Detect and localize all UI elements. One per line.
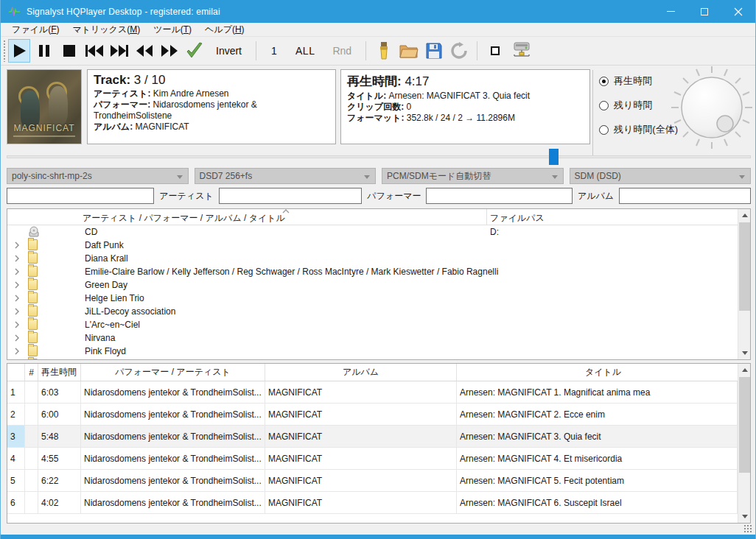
network-drive-button[interactable] [509,39,534,63]
stop-button[interactable] [58,39,80,63]
column-duration[interactable]: 再生時間 [38,364,81,381]
library-row[interactable]: CD D: [7,225,738,239]
random-button[interactable]: Rnd [325,39,359,63]
row-number[interactable]: 1 [7,381,25,404]
tree-scroll-thumb[interactable] [739,222,750,311]
library-row[interactable]: Pink Floyd [7,345,738,358]
expand-chevron-icon[interactable] [13,334,21,342]
cell-album[interactable]: MAGNIFICAT [265,381,457,404]
seek-track[interactable] [7,155,751,158]
progress-handle[interactable] [549,149,559,165]
cell-performer[interactable]: Nidarosdomens jentekor & TrondheimSolist… [81,426,265,448]
search-input[interactable] [7,188,154,204]
library-tree-header[interactable]: アーティスト / パフォーマー / アルバム / タイトル ファイルパス [7,209,750,225]
row-number[interactable]: 4 [7,448,25,470]
cell-num[interactable] [25,492,38,514]
rewind-button[interactable] [133,39,155,63]
menu-item-t[interactable]: ツール(T) [147,22,198,38]
volume-knob[interactable] [668,66,756,149]
next-track-button[interactable] [108,39,130,63]
performer-filter-input[interactable] [426,188,572,204]
library-row[interactable]: L'Arc~en~Ciel [7,318,738,331]
table-row[interactable]: 3 5:48 Nidarosdomens jentekor & Trondhei… [7,426,738,448]
playlist-scroll-thumb[interactable] [739,377,750,473]
cell-num[interactable] [25,470,38,492]
cell-duration[interactable]: 4:55 [38,448,81,470]
table-row[interactable]: 4 4:55 Nidarosdomens jentekor & Trondhei… [7,448,738,470]
cell-performer[interactable]: Nidarosdomens jentekor & TrondheimSolist… [81,492,265,514]
column-performer[interactable]: パフォーマー / アーティスト [81,364,265,381]
cell-performer[interactable]: Nidarosdomens jentekor & TrondheimSolist… [81,470,265,492]
cell-duration[interactable]: 6:00 [38,404,81,426]
cell-performer[interactable]: Nidarosdomens jentekor & TrondheimSolist… [81,448,265,470]
table-row[interactable]: 6 4:02 Nidarosdomens jentekor & Trondhei… [7,492,738,514]
table-row[interactable]: 1 6:03 Nidarosdomens jentekor & Trondhei… [7,381,738,404]
cell-duration[interactable]: 6:22 [38,470,81,492]
cell-num[interactable] [25,448,38,470]
cell-title[interactable]: Arnesen: MAGNIFICAT 5. Fecit potentiam [457,470,738,492]
cell-title[interactable]: Arnesen: MAGNIFICAT 2. Ecce enim [457,404,738,426]
cell-duration[interactable]: 6:03 [38,381,81,404]
scroll-down-icon[interactable] [738,510,751,523]
output-mode-select[interactable]: SDM (DSD) [570,168,752,184]
tree-column-main[interactable]: アーティスト / パフォーマー / アルバム / タイトル [83,212,285,225]
fast-forward-button[interactable] [158,39,181,63]
library-row[interactable]: Emilie-Claire Barlow / Kelly Jefferson /… [7,265,738,278]
row-number[interactable]: 5 [7,470,25,492]
library-row[interactable]: Nirvana [7,331,738,345]
library-row[interactable]: JiLL-Decoy association [7,305,738,318]
cell-num[interactable] [25,426,38,448]
mode-select[interactable]: PCM/SDMモード自動切替 [382,168,564,184]
table-row[interactable]: 2 6:00 Nidarosdomens jentekor & Trondhei… [7,404,738,426]
minimize-button[interactable] [654,0,687,23]
cell-title[interactable]: Arnesen: MAGNIFICAT 3. Quia fecit [457,426,738,448]
tree-column-path[interactable]: ファイルパス [490,212,545,225]
filter-select[interactable]: poly-sinc-shrt-mp-2s [7,168,189,184]
library-row[interactable] [7,358,738,359]
repeat-one-button[interactable]: 1 [263,39,285,63]
pause-button[interactable] [33,39,55,63]
cell-performer[interactable]: Nidarosdomens jentekor & TrondheimSolist… [81,404,265,426]
cell-duration[interactable]: 4:02 [38,492,81,514]
column-album[interactable]: アルバム [265,364,457,381]
open-folder-button[interactable] [398,39,420,63]
playlist-scrollbar[interactable] [738,364,750,523]
row-number[interactable]: 6 [7,492,25,514]
cell-title[interactable]: Arnesen: MAGNIFICAT 1. Magnificat anima … [457,381,738,404]
table-row[interactable]: 5 6:22 Nidarosdomens jentekor & Trondhei… [7,470,738,492]
library-row[interactable]: Daft Punk [7,239,738,252]
library-row[interactable]: Helge Lien Trio [7,292,738,305]
skin-button[interactable] [373,39,395,63]
cell-duration[interactable]: 5:48 [38,426,81,448]
scroll-up-icon[interactable] [738,364,751,376]
close-button[interactable] [721,0,755,23]
column-divider[interactable] [486,209,487,225]
menu-item-m[interactable]: マトリックス(M) [66,22,147,38]
repeat-all-button[interactable]: ALL [288,39,322,63]
maximize-button[interactable] [687,0,721,23]
row-number[interactable]: 2 [7,404,25,426]
cell-album[interactable]: MAGNIFICAT [265,404,457,426]
menu-item-h[interactable]: ヘルプ(H) [198,22,251,38]
invert-button[interactable]: Invert [209,39,249,63]
row-number[interactable]: 3 [7,426,25,448]
previous-track-button[interactable] [83,39,105,63]
toggle-checkbox[interactable] [484,39,506,63]
expand-chevron-icon[interactable] [13,242,21,249]
resize-grip[interactable] [744,525,752,533]
cell-album[interactable]: MAGNIFICAT [265,426,457,448]
menu-item-f[interactable]: ファイル(F) [5,22,66,38]
time-display-radio[interactable]: 再生時間 [599,74,678,88]
expand-chevron-icon[interactable] [13,295,21,302]
expand-chevron-icon[interactable] [13,308,21,315]
scroll-down-icon[interactable] [738,347,751,359]
cell-title[interactable]: Arnesen: MAGNIFICAT 6. Suscepit Israel [457,492,738,514]
column-title[interactable]: タイトル [457,364,750,381]
cell-performer[interactable]: Nidarosdomens jentekor & TrondheimSolist… [81,381,265,404]
cell-album[interactable]: MAGNIFICAT [265,492,457,514]
cell-title[interactable]: Arnesen: MAGNIFICAT 4. Et misericordia [457,448,738,470]
expand-chevron-icon[interactable] [13,348,21,355]
cell-num[interactable] [25,404,38,426]
column-num[interactable]: # [25,364,38,381]
save-button[interactable] [423,39,445,63]
